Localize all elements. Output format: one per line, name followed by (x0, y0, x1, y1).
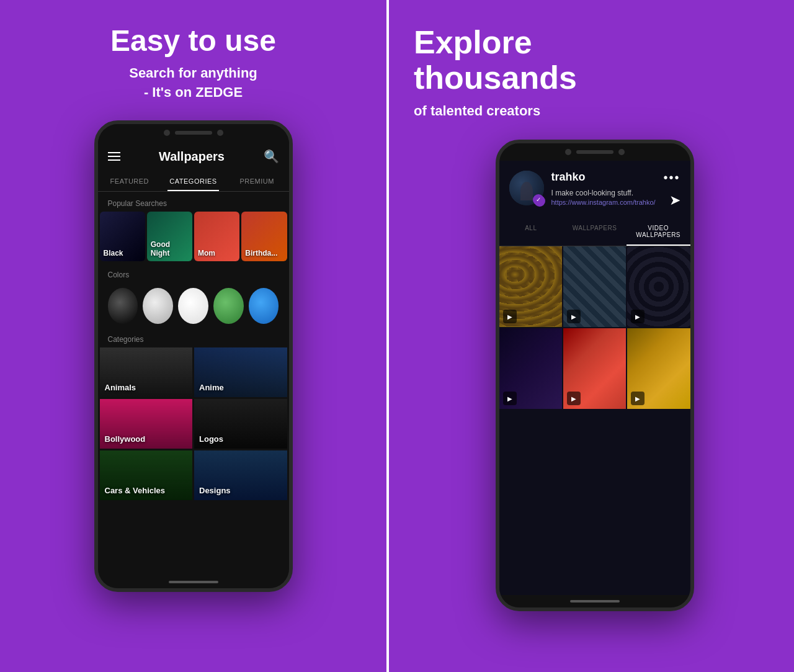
play-icon-4: ▶ (503, 392, 517, 405)
video-thumb-5[interactable]: ▶ (563, 328, 626, 409)
play-icon-2: ▶ (567, 310, 581, 323)
video-thumb-3[interactable]: ▶ (627, 246, 690, 327)
search-thumb-mom[interactable]: Mom (194, 212, 239, 261)
hamburger-icon[interactable] (108, 152, 120, 161)
category-animals[interactable]: Animals (100, 347, 193, 397)
category-anime[interactable]: Anime (194, 347, 287, 397)
cat-label-designs: Designs (199, 486, 231, 495)
colors-grid (98, 283, 289, 329)
tab-premium[interactable]: PREMIUM (225, 171, 289, 191)
share-button[interactable]: ➤ (669, 192, 680, 208)
app-header: Wallpapers 🔍 (98, 141, 289, 171)
video-grid-bottom: ▶ ▶ ▶ (499, 328, 690, 409)
cat-label-anime: Anime (199, 383, 224, 392)
thumb-label-birthday: Birthda... (245, 249, 277, 258)
home-indicator (169, 581, 218, 583)
right-title: Explorethousands (414, 25, 577, 96)
color-white[interactable] (178, 288, 208, 324)
app-title: Wallpapers (159, 150, 225, 164)
play-icon-1: ▶ (503, 310, 517, 323)
search-thumb-goodnight[interactable]: Good Night (147, 212, 192, 261)
video-thumb-1[interactable]: ▶ (499, 246, 562, 327)
left-title: Easy to use (110, 25, 276, 58)
sensor (217, 130, 223, 136)
thumb-label-goodnight: Good Night (151, 240, 189, 258)
color-green[interactable] (213, 288, 244, 324)
tab-featured[interactable]: FEATURED (98, 171, 162, 191)
video-thumb-2[interactable]: ▶ (563, 246, 626, 327)
video-thumb-6[interactable]: ▶ (627, 328, 690, 409)
search-grid: Black Good Night Mom Birthda... (98, 212, 289, 263)
colors-label: Colors (98, 263, 289, 283)
categories-grid-3: Cars & Vehicles Designs (98, 450, 289, 502)
categories-grid-2: Bollywood Logos (98, 399, 289, 449)
categories-grid: Animals Anime (98, 347, 289, 397)
right-phone: ✓ trahko I make cool-looking stuff. http… (496, 140, 694, 672)
tab-wallpapers[interactable]: WALLPAPERS (563, 218, 627, 246)
left-panel: Easy to use Search for anything- It's on… (0, 0, 389, 672)
category-designs[interactable]: Designs (194, 450, 287, 500)
right-speaker (576, 150, 613, 154)
search-thumb-birthday[interactable]: Birthda... (241, 212, 287, 261)
phone-notch (98, 124, 289, 141)
right-home-indicator (570, 600, 620, 603)
cat-label-animals: Animals (105, 383, 136, 392)
color-black[interactable] (108, 288, 138, 324)
creator-tab-bar: ALL WALLPAPERS VIDEO WALLPAPERS (499, 218, 690, 246)
left-screen: Wallpapers 🔍 FEATURED CATEGORIES PREMIUM… (98, 141, 289, 576)
popular-searches-label: Popular Searches (98, 192, 289, 212)
left-subtitle: Search for anything- It's on ZEDGE (129, 64, 257, 102)
creator-bio: I make cool-looking stuff. (551, 189, 656, 197)
color-blue[interactable] (249, 288, 279, 324)
right-screen: ✓ trahko I make cool-looking stuff. http… (499, 161, 690, 595)
speaker (175, 131, 212, 135)
creator-actions: ••• ➤ (663, 171, 680, 208)
tab-all[interactable]: ALL (499, 218, 563, 246)
search-icon[interactable]: 🔍 (264, 149, 279, 164)
search-thumb-black[interactable]: Black (100, 212, 145, 261)
left-phone: Wallpapers 🔍 FEATURED CATEGORIES PREMIUM… (94, 120, 293, 672)
thumb-label-black: Black (104, 249, 123, 258)
left-phone-mockup: Wallpapers 🔍 FEATURED CATEGORIES PREMIUM… (94, 120, 293, 592)
right-sensor (618, 149, 625, 155)
category-bollywood[interactable]: Bollywood (100, 399, 193, 449)
thumb-label-mom: Mom (198, 249, 215, 258)
tab-categories[interactable]: CATEGORIES (161, 171, 225, 191)
category-logos[interactable]: Logos (194, 399, 287, 449)
right-subtitle: of talented creators (414, 102, 540, 121)
creator-link[interactable]: https://www.instagram.com/trahko/ (551, 199, 656, 206)
categories-label: Categories (98, 329, 289, 347)
right-phone-bottom-bar (499, 595, 690, 607)
right-phone-mockup: ✓ trahko I make cool-looking stuff. http… (496, 140, 694, 611)
tab-bar: FEATURED CATEGORIES PREMIUM (98, 171, 289, 192)
more-button[interactable]: ••• (663, 171, 680, 185)
video-grid-top: ▶ ▶ ▶ (499, 246, 690, 327)
right-front-camera (565, 149, 571, 155)
tab-video-wallpapers[interactable]: VIDEO WALLPAPERS (627, 218, 690, 246)
creator-name: trahko (551, 171, 656, 184)
phone-bottom-bar (98, 576, 289, 588)
right-phone-notch (499, 143, 690, 161)
play-icon-6: ▶ (631, 392, 645, 405)
cat-label-cars: Cars & Vehicles (105, 486, 166, 495)
cat-label-bollywood: Bollywood (105, 434, 146, 444)
category-cars[interactable]: Cars & Vehicles (100, 450, 193, 500)
front-camera (164, 130, 170, 136)
creator-header: ✓ trahko I make cool-looking stuff. http… (499, 161, 690, 218)
right-panel: Explorethousands of talented creators ✓ (389, 0, 794, 672)
color-silver[interactable] (143, 288, 173, 324)
cat-label-logos: Logos (199, 434, 223, 444)
play-icon-5: ▶ (567, 392, 581, 405)
play-icon-3: ▶ (631, 310, 645, 323)
creator-info: trahko I make cool-looking stuff. https:… (551, 171, 656, 206)
creator-avatar: ✓ (509, 171, 544, 205)
video-thumb-4[interactable]: ▶ (499, 328, 562, 409)
